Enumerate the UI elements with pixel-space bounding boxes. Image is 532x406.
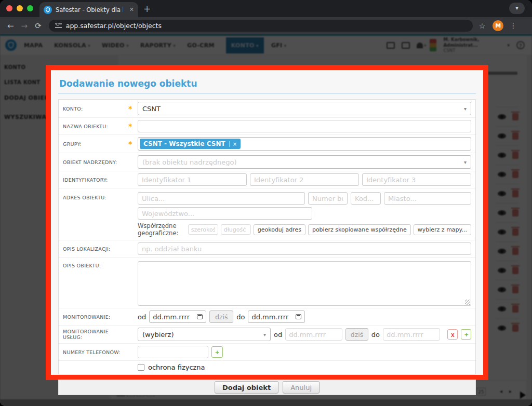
identyfikator-2-input[interactable] (250, 173, 359, 186)
checkbox-label: ochrona fizyczna (148, 363, 205, 371)
monitorowanie-do-date-input[interactable]: dd.mm.rrrr (248, 310, 305, 323)
dzis-button[interactable]: dziś (209, 310, 233, 323)
browser-window: Safestar - Obiekty dla konta C app.safes… (0, 0, 532, 406)
ulica-input[interactable] (138, 192, 305, 205)
chevron-down-icon (464, 159, 467, 165)
field-label: IDENTYFIKATORY: (63, 177, 128, 183)
form-row-opis-lokalizacji: OPIS LOKALIZACJI: (59, 240, 475, 257)
field-label: ADRES OBIEKTU: (63, 192, 128, 200)
wojewodztwo-input[interactable] (138, 207, 312, 220)
browser-toolbar: app.safestar.pl/object/objects M (0, 17, 532, 34)
date-placeholder: dd.mm.rrrr (289, 331, 326, 339)
select-placeholder: (brak obiektu nadrzędnego) (142, 158, 237, 166)
zoom-window-button[interactable] (27, 5, 33, 11)
field-label: MONITOROWANIE USŁUG: (63, 329, 128, 340)
uslugi-od-date-input[interactable]: dd.mm.rrrr (285, 328, 342, 341)
identyfikator-1-input[interactable] (138, 173, 247, 186)
konto-select[interactable]: CSNT (138, 102, 471, 115)
form-row-konto: KONTO: * CSNT (59, 100, 475, 117)
form-row-ochrona: ochrona fizyczna (59, 360, 475, 374)
url-text: app.safestar.pl/object/objects (66, 22, 162, 30)
opis-lokalizacji-input[interactable] (138, 242, 471, 255)
dzis-button[interactable]: dziś (345, 328, 368, 341)
miasto-input[interactable] (384, 192, 471, 205)
group-chip-label: CSNT - Wszystkie CSNT (143, 140, 225, 147)
calendar-icon[interactable] (296, 314, 301, 319)
ochrona-fizyczna-checkbox[interactable] (138, 364, 144, 371)
tab-close-icon[interactable] (129, 6, 134, 13)
obiekt-nadrzedny-select[interactable]: (brak obiektu nadrzędnego) (138, 155, 471, 169)
add-object-modal: Dodawanie nowego obiektu KONTO: * CSNT N… (46, 65, 488, 380)
close-window-button[interactable] (6, 5, 12, 11)
tab-title: Safestar - Obiekty dla konta C (56, 6, 123, 13)
remove-service-button[interactable]: x (447, 329, 458, 340)
kod-input[interactable] (351, 192, 381, 205)
add-phone-button[interactable]: + (211, 346, 223, 358)
form-row-monitorowanie: MONITOROWANIE: od dd.mm.rrrr dziś do dd.… (59, 308, 475, 325)
bookmark-star-icon[interactable] (479, 22, 486, 30)
add-service-button[interactable]: + (461, 329, 471, 340)
safestar-favicon-icon (44, 6, 52, 14)
identyfikator-3-input[interactable] (362, 173, 471, 186)
field-label: NAZWA OBIEKTU: (63, 124, 128, 129)
form-row-opis-obiektu: OPIS OBIEKTU: (59, 257, 475, 308)
field-label: KONTO: (63, 106, 128, 112)
browser-menu-icon[interactable] (510, 22, 516, 30)
od-label: od (274, 331, 282, 339)
dodaj-obiekt-button[interactable]: Dodaj obiekt (215, 381, 278, 394)
new-tab-button[interactable] (143, 4, 151, 14)
monitorowanie-od-date-input[interactable]: dd.mm.rrrr (149, 310, 206, 323)
page-area: MAPA KONSOLA WIDEO RAPORTY GO-CRM KONTO … (0, 34, 532, 406)
field-label: NUMERY TELEFONÓW: (63, 349, 128, 355)
geokoduj-adres-button[interactable]: geokoduj adres (254, 224, 305, 235)
grupy-tag-input[interactable]: CSNT - Wszystkie CSNT × (138, 137, 471, 151)
tab-strip: Safestar - Obiekty dla konta C (0, 0, 532, 17)
required-asterisk-icon: * (128, 104, 138, 113)
form-row-telefony: NUMERY TELEFONÓW: + (59, 343, 475, 360)
uslugi-select-value: (wybierz) (142, 331, 174, 339)
chip-remove-icon[interactable]: × (229, 141, 237, 147)
minimize-window-button[interactable] (17, 5, 23, 11)
szerokosc-input[interactable] (188, 224, 218, 235)
browser-tab[interactable]: Safestar - Obiekty dla konta C (39, 2, 138, 17)
add-object-form: KONTO: * CSNT NAZWA OBIEKTU: * GRU (58, 99, 476, 374)
site-info-icon[interactable] (55, 23, 62, 28)
chevron-down-icon (263, 332, 266, 337)
dlugosc-input[interactable] (221, 224, 251, 235)
date-placeholder: dd.mm.rrrr (153, 313, 190, 321)
forward-icon[interactable] (21, 21, 28, 31)
required-asterisk-icon: * (128, 140, 138, 148)
pobierz-wspolrzedne-button[interactable]: pobierz skopiowane współrzędne (308, 224, 411, 235)
reload-icon[interactable] (35, 21, 42, 31)
chevron-down-icon (464, 106, 467, 112)
coords-label: Współrzędne geograficzne: (138, 222, 185, 237)
required-asterisk-icon: * (128, 122, 138, 130)
numer-telefonu-input[interactable] (138, 346, 208, 358)
uslugi-select[interactable]: (wybierz) (138, 328, 271, 341)
calendar-icon[interactable] (197, 314, 203, 319)
resize-grip-icon[interactable] (465, 300, 470, 305)
back-icon[interactable] (7, 21, 14, 31)
form-row-identyfikatory: IDENTYFIKATORY: (59, 171, 475, 188)
address-bar[interactable]: app.safestar.pl/object/objects (49, 20, 473, 32)
od-label: od (138, 313, 146, 321)
uslugi-do-date-input[interactable]: dd.mm.rrrr (383, 328, 440, 341)
wybierz-z-mapy-button[interactable]: wybierz z mapy... (414, 224, 471, 235)
field-label: OPIS LOKALIZACJI: (63, 246, 128, 252)
opis-obiektu-textarea[interactable] (138, 261, 471, 306)
nazwa-obiektu-input[interactable] (138, 120, 471, 132)
modal-footer: Dodaj obiekt Anuluj (58, 380, 476, 395)
form-row-monitorowanie-uslug: MONITOROWANIE USŁUG: (wybierz) od dd.mm.… (59, 325, 475, 343)
numer-budynku-input[interactable] (308, 192, 348, 205)
form-row-nazwa: NAZWA OBIEKTU: * (59, 117, 475, 134)
field-label: MONITOROWANIE: (63, 314, 128, 320)
tab-search-chevron-icon[interactable] (509, 3, 525, 14)
form-row-adres: ADRES OBIEKTU: Współrzęd (59, 188, 475, 240)
date-placeholder: dd.mm.rrrr (387, 331, 423, 339)
modal-title: Dodawanie nowego obiektu (58, 76, 476, 94)
anuluj-button[interactable]: Anuluj (283, 381, 320, 394)
form-row-grupy: GRUPY: * CSNT - Wszystkie CSNT × (59, 134, 475, 153)
konto-select-value: CSNT (142, 105, 161, 113)
profile-avatar[interactable]: M (493, 20, 503, 31)
field-label: OPIS OBIEKTU: (63, 261, 128, 268)
